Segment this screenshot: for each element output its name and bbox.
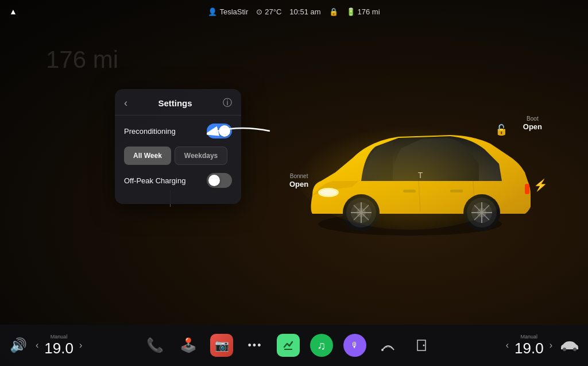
lightning-icon: ⚡: [533, 178, 548, 192]
week-buttons-group: All Week Weekdays: [124, 147, 232, 165]
svg-point-32: [573, 348, 577, 351]
username: TeslaStir: [219, 7, 248, 16]
preconditioning-label: Preconditioning: [124, 127, 176, 136]
svg-point-30: [423, 345, 425, 346]
door-svg: [414, 338, 429, 353]
boot-label: Boot Open: [523, 115, 542, 132]
taskbar-right: ‹ Manual 19.0 ›: [480, 332, 583, 359]
taskbar-center: 📞 🕹️ 📷 ••• ♫ 🎙: [96, 332, 480, 359]
off-peak-charging-row: Off-Peak Charging: [124, 173, 232, 188]
toggle-track: [207, 124, 232, 138]
right-speed-value: 19.0: [514, 340, 544, 357]
steering-icon[interactable]: 🕹️: [175, 332, 202, 359]
settings-header: ‹ Settings ⓘ: [115, 89, 241, 115]
door-icon[interactable]: [408, 332, 435, 359]
battery-range: 176 mi: [358, 7, 380, 16]
left-speed-control: ‹ Manual 19.0 ›: [32, 334, 86, 356]
signal-icon: 🔒: [329, 7, 338, 16]
taskbar: 🔊 ‹ Manual 19.0 › 📞 🕹️ 📷 •••: [0, 325, 588, 366]
camera-app: 📷: [210, 334, 233, 357]
toggle-thumb: [219, 125, 230, 137]
bonnet-label: Bonnet Open: [289, 172, 308, 190]
back-button[interactable]: ‹: [124, 97, 127, 109]
right-speed-control: ‹ Manual 19.0 ›: [502, 334, 556, 356]
battery-status: 🔋 176 mi: [346, 7, 380, 16]
car-image: T: [278, 57, 542, 264]
settings-body: Preconditioning All Week Weekdays Off-Pe…: [115, 115, 241, 204]
temp-status: ⊙ 27°C: [256, 7, 281, 16]
off-peak-charging-label: Off-Peak Charging: [124, 176, 185, 185]
all-week-button[interactable]: All Week: [124, 147, 171, 165]
taskbar-left: 🔊 ‹ Manual 19.0 ›: [5, 332, 96, 359]
left-speed-value: 19.0: [44, 340, 74, 357]
left-speed-decrease[interactable]: ‹: [32, 338, 42, 353]
more-dots: •••: [248, 340, 262, 352]
spotify-app: ♫: [310, 334, 333, 357]
right-speed-increase[interactable]: ›: [546, 338, 556, 353]
more-icon[interactable]: •••: [241, 332, 269, 359]
camera-icon[interactable]: 📷: [208, 332, 235, 359]
wiper-icon[interactable]: [374, 332, 402, 359]
signal-status: 🔒: [329, 7, 338, 16]
weekdays-button[interactable]: Weekdays: [175, 147, 227, 165]
range-background-text: 176 mi: [46, 46, 118, 74]
time: 10:51 am: [289, 7, 320, 16]
user-icon: 👤: [208, 7, 217, 16]
info-icon[interactable]: ⓘ: [223, 97, 232, 109]
podcast-symbol: 🎙: [351, 341, 359, 350]
svg-point-27: [295, 115, 525, 230]
left-speed-increase[interactable]: ›: [76, 338, 86, 353]
preconditioning-toggle[interactable]: [207, 124, 232, 138]
off-peak-toggle-thumb: [208, 175, 220, 186]
status-bar: ▲ 👤 TeslaStir ⊙ 27°C 10:51 am 🔒 🔋 176 mi: [0, 0, 588, 23]
temperature: 27°C: [265, 7, 281, 16]
user-status: 👤 TeslaStir: [208, 7, 248, 16]
car-small-svg: [559, 338, 580, 352]
car-area: T Bonnet Open Boot Open 🔓 ⚡: [278, 57, 554, 276]
left-speed-display: Manual 19.0: [44, 334, 74, 356]
wifi-icon: ▲: [9, 7, 17, 16]
green-app-icon[interactable]: [274, 332, 302, 359]
car-status-icon[interactable]: [556, 332, 583, 359]
preconditioning-row: Preconditioning: [124, 124, 232, 138]
right-speed-display: Manual 19.0: [514, 334, 544, 356]
settings-title: Settings: [158, 98, 192, 108]
lock-icon: 🔓: [495, 124, 508, 136]
svg-point-29: [381, 349, 384, 351]
phone-icon[interactable]: 📞: [141, 332, 169, 359]
time-status: 10:51 am: [289, 7, 320, 16]
spotify-icon[interactable]: ♫: [308, 332, 335, 359]
right-speed-decrease[interactable]: ‹: [502, 338, 512, 353]
battery-icon: 🔋: [346, 7, 355, 16]
off-peak-toggle-track: [207, 173, 232, 188]
svg-rect-5: [525, 184, 529, 194]
green-app: [277, 334, 300, 357]
settings-panel: ‹ Settings ⓘ Preconditioning All Week We…: [115, 89, 241, 204]
svg-point-31: [563, 348, 566, 351]
wiper-svg: [380, 337, 396, 353]
off-peak-charging-toggle[interactable]: [207, 173, 232, 188]
podcast-icon[interactable]: 🎙: [341, 332, 369, 359]
volume-icon[interactable]: 🔊: [5, 332, 32, 359]
podcast-app: 🎙: [343, 334, 366, 357]
temp-icon: ⊙: [256, 7, 262, 16]
